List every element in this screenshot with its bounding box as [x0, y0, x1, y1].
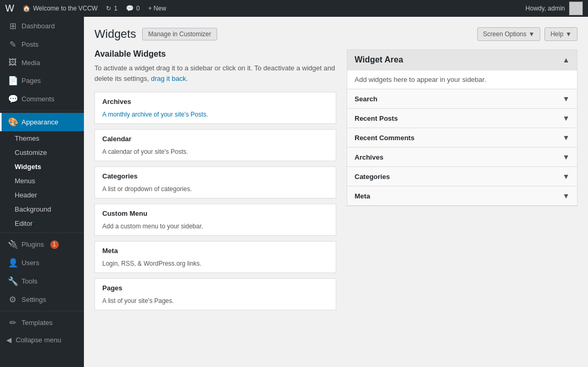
comments-icon: 💬 [8, 94, 17, 104]
help-button[interactable]: Help ▼ [544, 27, 578, 41]
widget-area-header: Widget Area ▲ [347, 50, 577, 70]
media-icon: 🖼 [8, 58, 17, 67]
sidebar-sub-menus[interactable]: Menus [0, 174, 84, 188]
appearance-icon: 🎨 [8, 117, 17, 127]
widget-item-pages-label: Pages [95, 279, 336, 297]
admin-bar-right: Howdy, admin [526, 2, 583, 15]
page-header-left: Widgets Manage in Customizer [94, 27, 217, 41]
sidebar-item-settings[interactable]: ⚙ Settings [0, 290, 84, 309]
settings-icon: ⚙ [8, 295, 17, 305]
widget-item-pages[interactable]: Pages A list of your site's Pages. [94, 278, 336, 310]
available-widgets-description: To activate a widget drag it to a sideba… [94, 63, 336, 83]
page-header: Widgets Manage in Customizer Screen Opti… [94, 27, 578, 41]
users-icon: 👤 [8, 258, 17, 268]
sidebar-sub-header[interactable]: Header [0, 188, 84, 202]
widget-area-recent-posts-label: Recent Posts [355, 114, 398, 122]
widget-area-collapse-icon[interactable]: ▲ [562, 56, 570, 64]
appearance-submenu: Themes Customize Widgets Menus Header Ba… [0, 131, 84, 230]
tools-icon: 🔧 [8, 276, 17, 286]
widget-area-archives-label: Archives [355, 153, 383, 161]
sidebar-sub-customize[interactable]: Customize [0, 145, 84, 160]
collapse-menu-button[interactable]: ◀ Collapse menu [0, 332, 84, 348]
widget-area-meta-toggle[interactable]: ▼ [562, 192, 570, 200]
widget-item-calendar-label: Calendar [95, 130, 336, 148]
plugins-badge: 1 [50, 240, 59, 249]
header-right: Screen Options ▼ Help ▼ [477, 27, 578, 41]
sidebar-item-posts[interactable]: ✎ Posts [0, 35, 84, 54]
main-content: Widgets Manage in Customizer Screen Opti… [84, 17, 588, 367]
updates-item[interactable]: ↻ 1 [106, 5, 117, 12]
avatar[interactable] [569, 2, 583, 15]
help-chevron-icon: ▼ [565, 30, 572, 38]
sidebar-item-tools[interactable]: 🔧 Tools [0, 272, 84, 290]
separator2 [0, 233, 84, 233]
widget-item-archives-desc: A monthly archive of your site's Posts. [95, 111, 336, 123]
widget-area-search[interactable]: Search ▼ [347, 89, 577, 109]
templates-icon: ✏ [8, 318, 17, 328]
comments-item[interactable]: 💬 0 [126, 5, 140, 12]
widget-area-meta[interactable]: Meta ▼ [347, 186, 577, 206]
available-widgets-title: Available Widgets [94, 49, 336, 59]
widget-area-recent-posts-toggle[interactable]: ▼ [562, 114, 570, 122]
widget-area-meta-label: Meta [355, 192, 370, 200]
pages-icon: 📄 [8, 76, 17, 86]
widget-area-search-toggle[interactable]: ▼ [562, 95, 570, 103]
new-item[interactable]: + New [148, 5, 166, 12]
widget-item-custommenu-label: Custom Menu [95, 204, 336, 223]
sidebar-item-users[interactable]: 👤 Users [0, 254, 84, 272]
plugins-icon: 🔌 [8, 239, 17, 249]
widget-item-categories-desc: A list or dropdown of categories. [95, 185, 336, 198]
widget-item-calendar[interactable]: Calendar A calendar of your site's Posts… [94, 129, 336, 161]
sidebar-item-media[interactable]: 🖼 Media [0, 54, 84, 71]
collapse-icon: ◀ [6, 336, 12, 344]
widget-area-recent-comments[interactable]: Recent Comments ▼ [347, 128, 577, 148]
chevron-down-icon: ▼ [529, 30, 535, 38]
widget-item-calendar-desc: A calendar of your site's Posts. [95, 148, 336, 161]
widget-area-archives-toggle[interactable]: ▼ [562, 153, 570, 161]
widget-item-categories[interactable]: Categories A list or dropdown of categor… [94, 166, 336, 198]
posts-icon: ✎ [8, 39, 17, 49]
drag-back-link[interactable]: drag it back. [151, 75, 188, 82]
screen-options-button[interactable]: Screen Options ▼ [477, 27, 541, 41]
widget-item-custommenu-desc: Add a custom menu to your sidebar. [95, 223, 336, 235]
available-widgets-panel: Available Widgets To activate a widget d… [94, 49, 336, 316]
widget-area-categories[interactable]: Categories ▼ [347, 167, 577, 186]
widget-item-categories-label: Categories [95, 167, 336, 185]
sidebar-item-dashboard[interactable]: ⊞ Dashboard [0, 17, 84, 35]
widget-area-title: Widget Area [355, 55, 403, 65]
widget-item-meta[interactable]: Meta Login, RSS, & WordPress.org links. [94, 241, 336, 273]
page-title: Widgets [94, 27, 136, 41]
widgets-layout: Available Widgets To activate a widget d… [94, 49, 578, 316]
sidebar-item-appearance[interactable]: 🎨 Appearance [0, 113, 84, 131]
sidebar-item-templates[interactable]: ✏ Templates [0, 313, 84, 332]
widget-item-custommenu[interactable]: Custom Menu Add a custom menu to your si… [94, 204, 336, 236]
manage-customizer-button[interactable]: Manage in Customizer [142, 28, 217, 40]
dashboard-icon: ⊞ [8, 21, 17, 31]
sidebar-item-plugins[interactable]: 🔌 Plugins 1 [0, 235, 84, 254]
sidebar-sub-editor[interactable]: Editor [0, 216, 84, 230]
widget-area-categories-label: Categories [355, 173, 390, 181]
sidebar-item-comments[interactable]: 💬 Comments [0, 90, 84, 108]
howdy-label: Howdy, admin [526, 5, 565, 12]
site-name[interactable]: 🏠 Welcome to the VCCW [23, 5, 98, 12]
widget-area-search-label: Search [355, 95, 377, 103]
widget-area-recent-comments-label: Recent Comments [355, 134, 414, 142]
widget-item-meta-desc: Login, RSS, & WordPress.org links. [95, 260, 336, 272]
widget-item-archives[interactable]: Archives A monthly archive of your site'… [94, 92, 336, 124]
widget-area-recent-comments-toggle[interactable]: ▼ [562, 133, 570, 142]
widget-area-recent-posts[interactable]: Recent Posts ▼ [347, 109, 577, 128]
sidebar-item-pages[interactable]: 📄 Pages [0, 71, 84, 90]
separator3 [0, 311, 84, 311]
admin-bar: W 🏠 Welcome to the VCCW ↻ 1 💬 0 + New Ho… [0, 0, 588, 17]
widget-area-description: Add widgets here to appear in your sideb… [347, 70, 577, 89]
widget-item-meta-label: Meta [95, 242, 336, 260]
wp-logo[interactable]: W [5, 3, 14, 14]
widget-item-pages-desc: A list of your site's Pages. [95, 297, 336, 310]
sidebar-sub-widgets[interactable]: Widgets [0, 160, 84, 174]
widget-area-archives[interactable]: Archives ▼ [347, 148, 577, 167]
sidebar: ⊞ Dashboard ✎ Posts 🖼 Media 📄 Pages 💬 Co… [0, 17, 84, 367]
sidebar-sub-background[interactable]: Background [0, 202, 84, 216]
widget-item-archives-label: Archives [95, 92, 336, 111]
sidebar-sub-themes[interactable]: Themes [0, 131, 84, 145]
widget-area-categories-toggle[interactable]: ▼ [562, 172, 570, 181]
